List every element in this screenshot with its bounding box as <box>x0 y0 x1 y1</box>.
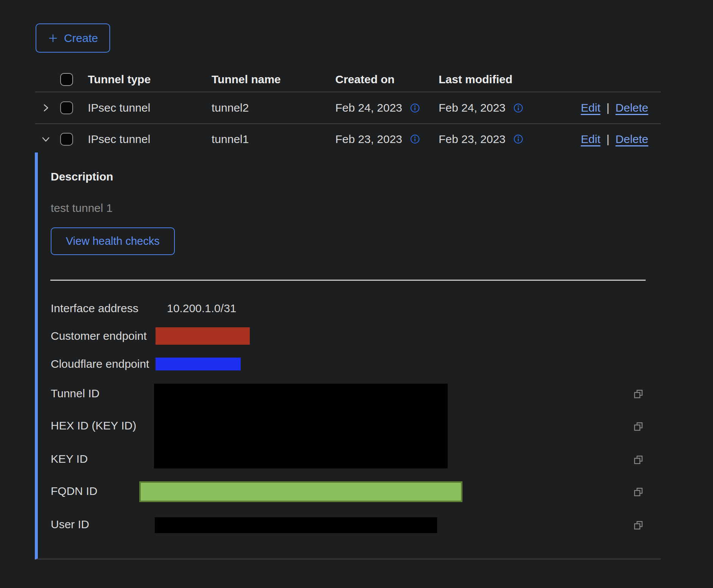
tunnel-name-cell: tunnel1 <box>212 133 249 146</box>
description-value: test tunnel 1 <box>51 202 112 215</box>
hex-id-label: HEX ID (KEY ID) <box>51 418 136 433</box>
view-health-checks-button[interactable]: View health checks <box>51 227 175 255</box>
expand-row-button[interactable] <box>38 100 53 115</box>
copy-key-id-button[interactable] <box>632 453 645 467</box>
last-modified-date: Feb 24, 2023 <box>439 101 506 114</box>
tunnels-table: Tunnel type Tunnel name Created on Last … <box>35 67 661 154</box>
collapse-row-button[interactable] <box>38 132 53 147</box>
column-header-tunnel-name: Tunnel name <box>212 73 281 86</box>
copy-fqdn-id-button[interactable] <box>632 485 645 499</box>
created-on-date: Feb 23, 2023 <box>335 133 402 146</box>
table-row: IPsec tunnel tunnel2 Feb 24, 2023 <box>35 92 661 124</box>
edit-link[interactable]: Edit <box>581 101 601 114</box>
interface-address-value: 10.200.1.0/31 <box>167 301 237 316</box>
copy-icon <box>633 520 644 531</box>
copy-icon <box>633 388 644 400</box>
last-modified-cell: Feb 24, 2023 <box>439 101 523 114</box>
info-icon <box>513 103 523 113</box>
row-actions: Edit | Delete <box>581 101 648 114</box>
delete-link[interactable]: Delete <box>615 133 648 146</box>
created-on-date: Feb 24, 2023 <box>335 101 402 114</box>
last-modified-info-button[interactable] <box>513 134 523 144</box>
key-id-label: KEY ID <box>51 452 88 466</box>
last-modified-info-button[interactable] <box>513 103 523 113</box>
row-actions: Edit | Delete <box>581 133 648 146</box>
customer-endpoint-label: Customer endpoint <box>51 329 146 343</box>
info-icon <box>410 134 420 144</box>
column-header-tunnel-type: Tunnel type <box>88 73 151 86</box>
create-button-label: Create <box>64 32 98 45</box>
actions-separator: | <box>606 133 609 146</box>
user-id-label: User ID <box>51 517 89 532</box>
section-divider <box>50 280 646 281</box>
cloudflare-endpoint-redaction <box>156 358 241 370</box>
fqdn-id-redaction <box>139 481 462 502</box>
column-header-last-modified: Last modified <box>439 73 512 86</box>
last-modified-cell: Feb 23, 2023 <box>439 133 523 146</box>
table-header-row: Tunnel type Tunnel name Created on Last … <box>35 67 661 92</box>
copy-tunnel-id-button[interactable] <box>632 387 645 401</box>
customer-endpoint-redaction <box>156 327 250 345</box>
tunnel-name-cell: tunnel2 <box>212 101 249 114</box>
created-on-cell: Feb 24, 2023 <box>335 101 420 114</box>
delete-link[interactable]: Delete <box>615 101 648 114</box>
created-on-cell: Feb 23, 2023 <box>335 133 420 146</box>
created-on-info-button[interactable] <box>410 103 420 113</box>
copy-icon <box>633 486 644 498</box>
created-on-info-button[interactable] <box>410 134 420 144</box>
create-button[interactable]: Create <box>36 23 110 53</box>
tunnels-page: Create Tunnel type Tunnel name Created o… <box>0 0 713 588</box>
last-modified-date: Feb 23, 2023 <box>439 133 506 146</box>
copy-user-id-button[interactable] <box>632 518 645 532</box>
cloudflare-endpoint-label: Cloudflare endpoint <box>51 357 149 371</box>
interface-address-label: Interface address <box>51 301 139 316</box>
info-icon <box>513 134 523 144</box>
copy-hex-id-button[interactable] <box>632 420 645 433</box>
fqdn-id-label: FQDN ID <box>51 484 97 498</box>
chevron-right-icon <box>40 103 51 113</box>
copy-icon <box>633 421 644 432</box>
chevron-down-icon <box>40 134 51 145</box>
ids-redaction <box>154 384 448 468</box>
info-icon <box>410 103 420 113</box>
tunnel-type-cell: IPsec tunnel <box>88 101 150 114</box>
plus-icon <box>48 33 58 44</box>
column-header-created-on: Created on <box>335 73 395 86</box>
tunnel-id-label: Tunnel ID <box>51 386 100 401</box>
table-row: IPsec tunnel tunnel1 Feb 23, 2023 <box>35 124 661 154</box>
copy-icon <box>633 454 644 465</box>
row-checkbox[interactable] <box>60 133 73 146</box>
select-all-checkbox[interactable] <box>60 73 73 86</box>
tunnel-detail-panel: Description test tunnel 1 View health ch… <box>35 152 661 560</box>
description-label: Description <box>51 170 113 183</box>
user-id-redaction <box>155 517 437 533</box>
row-checkbox[interactable] <box>60 101 73 114</box>
edit-link[interactable]: Edit <box>581 133 601 146</box>
actions-separator: | <box>606 101 609 114</box>
tunnel-type-cell: IPsec tunnel <box>88 133 150 146</box>
